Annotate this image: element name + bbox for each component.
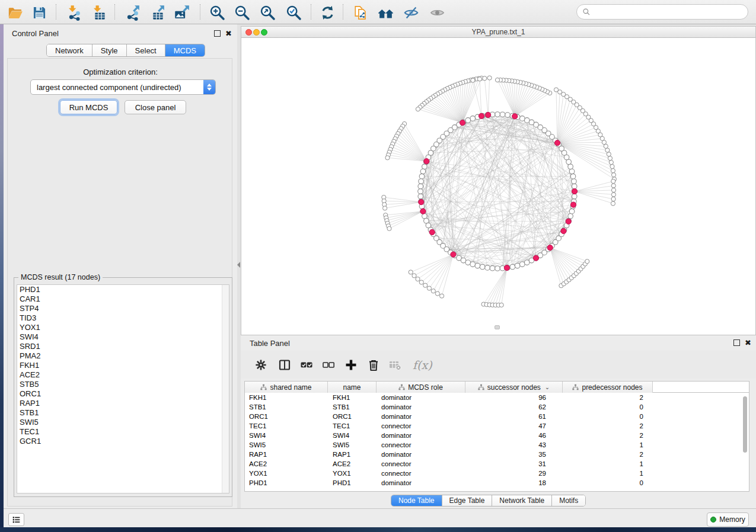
refresh-layout-button[interactable]	[318, 3, 337, 22]
mcds-result-item[interactable]: TEC1	[17, 427, 229, 437]
table-cell: RAP1	[245, 450, 328, 459]
new-network-from-selection-button[interactable]	[352, 3, 371, 22]
mcds-result-item[interactable]: STB5	[17, 380, 229, 389]
toggle-column-panel-button[interactable]	[276, 357, 293, 373]
delete-column-icon	[366, 358, 381, 372]
mcds-result-item[interactable]: SRD1	[17, 342, 229, 351]
column-header-predecessor-nodes[interactable]: predecessor nodes	[563, 382, 653, 393]
mcds-result-list[interactable]: PHD1CAR1STP4TID3YOX1SWI4SRD1PMA2FKH1ACE2…	[17, 284, 229, 493]
table-row[interactable]: FKH1FKH1dominator962	[245, 393, 749, 402]
mcds-result-item[interactable]: CAR1	[17, 294, 229, 304]
save-session-button[interactable]	[30, 3, 49, 22]
mcds-result-item[interactable]: TID3	[17, 313, 229, 323]
tab-style[interactable]: Style	[92, 44, 127, 56]
mcds-result-item[interactable]: ACE2	[17, 370, 229, 380]
column-header-mcds-role[interactable]: MCDS role	[377, 382, 465, 393]
memory-button[interactable]: Memory	[707, 512, 749, 527]
function-builder-button: f(x)	[412, 357, 428, 373]
mcds-list-scrollbar[interactable]	[222, 285, 229, 493]
criterion-dropdown[interactable]: largest connected component (undirected)	[30, 79, 216, 95]
tab-mcds[interactable]: MCDS	[165, 44, 205, 56]
zoom-selected-button[interactable]	[285, 3, 304, 22]
table-row[interactable]: SWI5SWI5connector431	[245, 440, 749, 450]
close-panel-icon[interactable]: ✖	[225, 30, 232, 37]
add-column-icon	[344, 358, 358, 372]
search-box[interactable]	[576, 4, 748, 20]
open-session-button[interactable]	[6, 3, 25, 22]
table-row[interactable]: RAP1RAP1dominator352	[245, 450, 749, 459]
table-row[interactable]: YOX1YOX1connector291	[245, 469, 749, 478]
table-row[interactable]: PHD1PHD1dominator180	[245, 478, 749, 488]
close-panel-button[interactable]: Close panel	[125, 100, 186, 114]
table-row[interactable]: STB1STB1dominator620	[245, 402, 749, 412]
first-neighbors-button[interactable]	[377, 3, 395, 22]
panel-menu-button[interactable]	[8, 513, 24, 526]
table-scrollbar[interactable]	[742, 393, 748, 491]
network-window-titlebar[interactable]: YPA_prune.txt_1	[241, 27, 755, 38]
select-all-rows-button[interactable]	[298, 357, 315, 373]
table-cell: STB1	[328, 402, 377, 412]
column-header-name[interactable]: name	[328, 382, 377, 393]
function-builder-icon: f(x)	[413, 358, 432, 371]
mcds-result-title: MCDS result (17 nodes)	[18, 273, 103, 281]
export-image-button[interactable]	[173, 3, 192, 22]
table-row[interactable]: ACE2ACE2connector311	[245, 459, 749, 469]
zoom-fit-button[interactable]	[259, 3, 277, 22]
tab-network[interactable]: Network	[47, 44, 92, 56]
add-column-button[interactable]	[343, 357, 359, 373]
tab-motifs[interactable]: Motifs	[552, 495, 585, 506]
export-network-button[interactable]	[123, 3, 142, 22]
close-table-panel-icon[interactable]: ✖	[745, 339, 751, 346]
table-cell: 29	[465, 469, 563, 478]
new-network-from-selection-icon	[353, 5, 369, 21]
import-table-button[interactable]	[90, 3, 109, 22]
hide-selected-button[interactable]	[402, 3, 421, 22]
table-cell: 96	[465, 393, 563, 402]
dropdown-stepper-icon	[203, 80, 215, 94]
deselect-all-rows-button[interactable]	[320, 357, 337, 373]
table-row[interactable]: SWI4SWI4dominator462	[245, 431, 749, 440]
run-mcds-button[interactable]: Run MCDS	[60, 100, 117, 114]
tab-network-table[interactable]: Network Table	[492, 495, 552, 506]
desktop-wallpaper-left	[0, 24, 4, 527]
column-header-successor-nodes[interactable]: successor nodes⌄	[465, 382, 563, 393]
mcds-result-item[interactable]: RAP1	[17, 399, 229, 408]
export-image-icon	[174, 5, 190, 21]
table-row[interactable]: ORC1ORC1dominator610	[245, 412, 749, 421]
tab-edge-table[interactable]: Edge Table	[442, 495, 493, 506]
mcds-result-item[interactable]: FKH1	[17, 361, 229, 370]
network-canvas[interactable]	[241, 38, 755, 335]
tab-select[interactable]: Select	[127, 44, 165, 56]
mcds-result-item[interactable]: YOX1	[17, 323, 229, 332]
mcds-result-item[interactable]: PMA2	[17, 351, 229, 361]
table-settings-button[interactable]	[253, 357, 269, 373]
table-cell: dominator	[377, 478, 465, 488]
table-row[interactable]: TEC1TEC1connector472	[245, 421, 749, 431]
delete-column-button[interactable]	[365, 357, 382, 373]
float-panel-icon[interactable]	[214, 30, 221, 37]
mcds-result-item[interactable]: GCR1	[17, 437, 229, 446]
mcds-result-item[interactable]: SWI4	[17, 332, 229, 342]
table-cell: connector	[377, 440, 465, 450]
zoom-out-button[interactable]	[233, 3, 252, 22]
table-scrollbar-thumb[interactable]	[743, 396, 747, 453]
show-all-icon	[429, 5, 445, 21]
mcds-result-item[interactable]: PHD1	[17, 285, 229, 294]
mcds-result-item[interactable]: STP4	[17, 304, 229, 313]
search-input[interactable]	[594, 6, 748, 18]
table-cell: 62	[465, 402, 563, 412]
refresh-layout-icon	[320, 5, 336, 21]
splitter-collapse-icon[interactable]	[237, 262, 240, 268]
panel-splitter-grip[interactable]	[495, 325, 500, 329]
float-table-panel-icon[interactable]	[733, 339, 740, 346]
mcds-result-item[interactable]: ORC1	[17, 389, 229, 399]
first-neighbors-icon	[378, 5, 394, 21]
export-table-button[interactable]	[148, 3, 167, 22]
column-header-shared-name[interactable]: shared name	[245, 382, 328, 393]
import-network-button[interactable]	[65, 3, 84, 22]
tab-node-table[interactable]: Node Table	[391, 495, 442, 506]
zoom-in-button[interactable]	[208, 3, 227, 22]
mcds-result-item[interactable]: SWI5	[17, 418, 229, 427]
table-cell: connector	[377, 469, 465, 478]
mcds-result-item[interactable]: STB1	[17, 408, 229, 418]
